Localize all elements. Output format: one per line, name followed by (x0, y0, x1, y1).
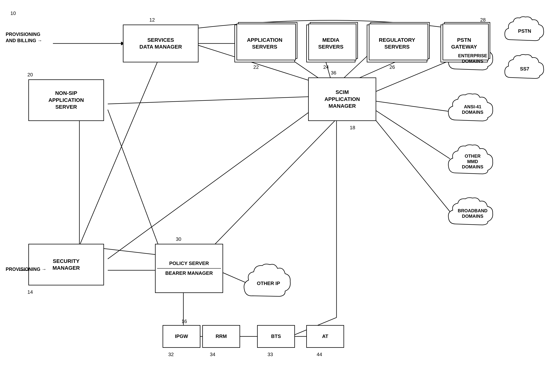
provisioning-billing-label: PROVISIONINGAND BILLING → (6, 31, 42, 44)
ref-30: 30 (176, 236, 181, 242)
ref-12: 12 (149, 17, 155, 23)
ref-16: 16 (181, 318, 187, 324)
ref-44: 44 (317, 352, 322, 357)
ss7-cloud: SS7 (503, 53, 546, 85)
policy-bearer-manager-box: POLICY SERVER BEARER MANAGER (155, 244, 223, 293)
ref-10: 10 (10, 10, 16, 16)
ref-14: 14 (27, 289, 33, 295)
provisioning-label: PROVISIONING → (6, 267, 46, 272)
other-mmd-domains-cloud: OTHERMMDDOMAINS (446, 144, 499, 180)
non-sip-application-server-box: NON-SIPAPPLICATIONSERVER (28, 79, 104, 121)
broadband-domains-cloud: BROADBANDDOMAINS (446, 197, 499, 231)
ref-26: 26 (389, 64, 395, 70)
ref-24: 24 (323, 64, 329, 70)
ref-34: 34 (210, 352, 215, 357)
scim-application-manager-box: SCIMAPPLICATIONMANAGER (308, 77, 376, 121)
ref-32: 32 (168, 352, 174, 357)
at-box: AT (306, 325, 344, 348)
ref-36: 36 (331, 70, 336, 76)
ref-20: 20 (27, 72, 33, 78)
ref-18: 18 (350, 125, 355, 131)
pstn-cloud: PSTN (503, 15, 546, 47)
ansi41-domains-cloud: ANSI-41DOMAINS (446, 93, 499, 127)
security-manager-box: SECURITYMANAGER (28, 244, 104, 285)
ref-33: 33 (268, 352, 273, 357)
rrm-box: RRM (202, 325, 240, 348)
bts-box: BTS (257, 325, 295, 348)
other-ip-cloud: OTHER IP (242, 263, 295, 304)
services-data-manager-box: SERVICESDATA MANAGER (123, 24, 199, 62)
ipgw-box: IPGW (162, 325, 201, 348)
media-servers-box: MEDIASERVERS (306, 24, 355, 62)
ref-22: 22 (253, 64, 259, 70)
application-servers-box: APPLICATIONSERVERS (234, 24, 295, 62)
regulatory-servers-box: REGULATORYSERVERS (367, 24, 427, 62)
